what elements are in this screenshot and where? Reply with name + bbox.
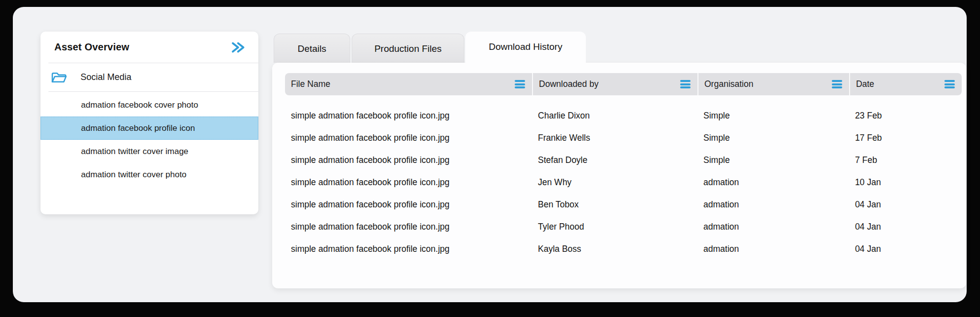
cell-file-name: simple admation facebook profile icon.jp… (285, 222, 532, 232)
sidebar-header: Asset Overview (41, 32, 258, 63)
app-window: Asset Overview Social Media (13, 7, 967, 302)
sidebar-asset-item-admation-twitter-cover-photo[interactable]: admation twitter cover photo (41, 163, 258, 186)
cell-file-name: simple admation facebook profile icon.jp… (285, 111, 532, 121)
cell-date: 04 Jan (849, 222, 962, 232)
cell-file-name: simple admation facebook profile icon.jp… (285, 155, 532, 165)
cell-downloaded-by: Tyler Phood (532, 222, 697, 232)
sidebar-asset-item-admation-twitter-cover-image[interactable]: admation twitter cover image (41, 140, 258, 163)
cell-organisation: admation (697, 199, 849, 210)
column-label: Date (856, 79, 944, 89)
sidebar-asset-item-admation-facebook-cover-photo[interactable]: admation facebook cover photo (41, 93, 258, 117)
table-row[interactable]: simple admation facebook profile icon.jp… (285, 105, 962, 127)
cell-organisation: admation (697, 177, 849, 188)
sidebar-item-social-media[interactable]: Social Media (41, 63, 258, 91)
table-row[interactable]: simple admation facebook profile icon.jp… (285, 194, 962, 216)
asset-overview-panel: Asset Overview Social Media (41, 32, 258, 214)
panel-title: Asset Overview (54, 41, 231, 53)
cell-date: 04 Jan (849, 244, 962, 254)
cell-file-name: simple admation facebook profile icon.jp… (285, 244, 532, 254)
folder-open-icon (51, 71, 67, 84)
asset-list: admation facebook cover photoadmation fa… (41, 92, 258, 186)
cell-date: 04 Jan (849, 199, 962, 210)
cell-organisation: Simple (697, 155, 849, 165)
column-menu-icon[interactable] (515, 80, 525, 88)
download-history-panel: File NameDownloaded byOrganisationDate s… (272, 63, 966, 288)
column-header-downloaded-by: Downloaded by (532, 73, 697, 95)
column-label: Downloaded by (539, 79, 680, 89)
cell-organisation: Simple (697, 111, 849, 121)
cell-date: 23 Feb (849, 111, 962, 121)
cell-downloaded-by: Charlie Dixon (532, 111, 697, 121)
sidebar-asset-item-admation-facebook-profile-icon[interactable]: admation facebook profile icon (41, 117, 258, 140)
chevron-double-right-icon[interactable] (231, 41, 245, 54)
cell-date: 7 Feb (849, 155, 962, 165)
table-row[interactable]: simple admation facebook profile icon.jp… (285, 238, 962, 260)
tab-details[interactable]: Details (274, 34, 350, 63)
screenshot-root: Asset Overview Social Media (0, 0, 980, 317)
table-body: simple admation facebook profile icon.jp… (285, 105, 962, 260)
column-label: File Name (291, 79, 515, 89)
table-row[interactable]: simple admation facebook profile icon.jp… (285, 127, 962, 149)
table-row[interactable]: simple admation facebook profile icon.jp… (285, 171, 962, 194)
column-header-file-name: File Name (285, 73, 532, 95)
cell-file-name: simple admation facebook profile icon.jp… (285, 133, 532, 143)
column-label: Organisation (704, 79, 832, 89)
column-header-organisation: Organisation (697, 73, 849, 95)
cell-downloaded-by: Ben Tobox (532, 199, 697, 210)
cell-file-name: simple admation facebook profile icon.jp… (285, 199, 532, 210)
cell-downloaded-by: Kayla Boss (532, 244, 697, 254)
folder-label: Social Media (81, 72, 131, 82)
cell-organisation: admation (697, 222, 849, 232)
tab-production-files[interactable]: Production Files (352, 34, 464, 63)
cell-downloaded-by: Frankie Wells (532, 133, 697, 143)
cell-downloaded-by: Stefan Doyle (532, 155, 697, 165)
cell-organisation: Simple (697, 133, 849, 143)
table-row[interactable]: simple admation facebook profile icon.jp… (285, 216, 962, 238)
table-row[interactable]: simple admation facebook profile icon.jp… (285, 149, 962, 171)
cell-file-name: simple admation facebook profile icon.jp… (285, 177, 532, 188)
column-menu-icon[interactable] (680, 80, 691, 88)
column-menu-icon[interactable] (832, 80, 842, 88)
cell-date: 10 Jan (849, 177, 962, 188)
tab-download-history[interactable]: Download History (465, 32, 586, 63)
column-header-date: Date (849, 73, 962, 95)
cell-organisation: admation (697, 244, 849, 254)
column-menu-icon[interactable] (944, 80, 955, 88)
cell-downloaded-by: Jen Why (532, 177, 697, 188)
cell-date: 17 Feb (849, 133, 962, 143)
table-header-row: File NameDownloaded byOrganisationDate (285, 73, 962, 95)
